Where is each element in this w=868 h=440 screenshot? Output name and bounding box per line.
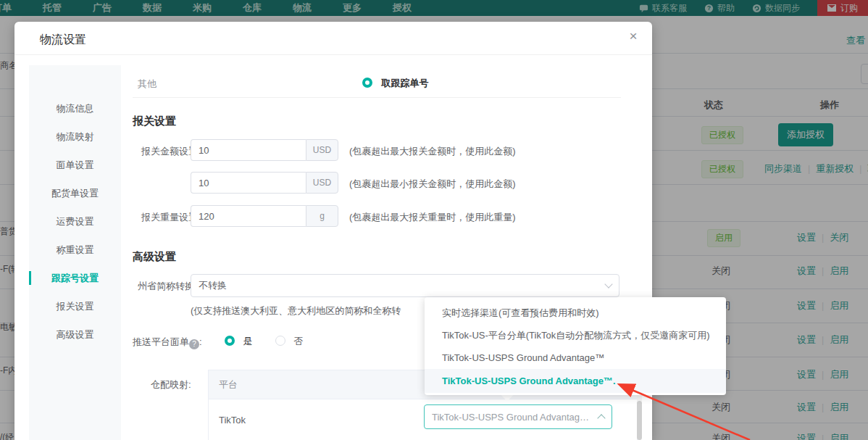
- modal-header-divider: [14, 54, 652, 55]
- customs-section-title: 报关设置: [133, 115, 176, 128]
- state-abbr-hint: (仅支持推送澳大利亚、意大利地区的简称和全称转: [191, 304, 401, 317]
- push-yes-label: 是: [243, 336, 252, 346]
- state-abbr-select[interactable]: 不转换: [191, 274, 619, 297]
- usd-unit: USD: [306, 172, 338, 194]
- push-no-label: 否: [293, 336, 303, 346]
- modal-scrollbar-thumb[interactable]: [637, 401, 642, 440]
- customs-amount-min-field: USD: [191, 172, 338, 194]
- sidebar-item-logistics-map[interactable]: 物流映射: [29, 123, 121, 151]
- radio-unchecked-icon: [275, 336, 285, 346]
- modal-sidebar: 物流信息 物流映射 面单设置 配货单设置 运费设置 称重设置 跟踪号设置 报关设…: [29, 65, 121, 440]
- push-yes-radio[interactable]: 是: [225, 334, 252, 348]
- other-label: 其他: [138, 78, 157, 91]
- customs-amount-min-hint: (包裹超出最小报关金额时，使用此金额): [349, 178, 516, 191]
- mapping-label: 仓配映射:: [151, 378, 191, 391]
- gram-unit: g: [306, 205, 338, 227]
- sidebar-item-weighing-settings[interactable]: 称重设置: [29, 236, 121, 264]
- customs-weight-field: g: [191, 205, 338, 227]
- customs-amount-max-field: USD: [191, 139, 338, 161]
- dropdown-option-realtime[interactable]: 实时选择渠道(可查看预估费用和时效): [425, 302, 726, 324]
- sidebar-item-advanced-settings[interactable]: 高级设置: [29, 320, 121, 349]
- channel-dropdown-panel: 实时选择渠道(可查看预估费用和时效) TikTok-US-平台分单(TikTok…: [425, 297, 726, 395]
- dropdown-option-usps-ga[interactable]: TikTok-US-USPS Ground Advantage™: [425, 346, 726, 369]
- sidebar-item-label-settings[interactable]: 面单设置: [29, 151, 121, 179]
- state-abbr-label: 州省简称转换:: [138, 280, 197, 293]
- sidebar-item-tracking-settings[interactable]: 跟踪号设置: [29, 264, 121, 292]
- modal-title: 物流设置: [40, 33, 86, 48]
- push-label-row: 推送平台面单?:: [133, 336, 202, 349]
- channel-select-value: TikTok-US-USPS Ground Advantag…: [432, 412, 598, 423]
- state-abbr-value: 不转换: [199, 279, 606, 292]
- push-no-radio[interactable]: 否: [275, 334, 303, 348]
- sidebar-item-logistics-info[interactable]: 物流信息: [29, 94, 121, 123]
- chevron-down-icon: [604, 280, 612, 288]
- customs-amount-max-input[interactable]: [191, 139, 306, 161]
- question-icon[interactable]: ?: [189, 339, 199, 349]
- sidebar-item-freight-settings[interactable]: 运费设置: [29, 207, 121, 236]
- channel-select[interactable]: TikTok-US-USPS Ground Advantag…: [424, 404, 612, 429]
- tracking-radio-label: 取跟踪单号: [381, 78, 428, 88]
- radio-checked-icon: [225, 336, 235, 346]
- usd-unit: USD: [306, 139, 338, 161]
- customs-weight-hint: (包裹超出最大报关重量时，使用此重量): [349, 211, 516, 224]
- advanced-section-title: 高级设置: [133, 250, 176, 264]
- customs-amount-min-input[interactable]: [191, 172, 306, 194]
- section-divider: [133, 97, 621, 98]
- push-colon: :: [199, 336, 202, 347]
- chevron-up-icon: [597, 414, 605, 422]
- push-label: 推送平台面单: [133, 336, 189, 347]
- dropdown-option-platform-split[interactable]: TikTok-US-平台分单(TikTok自动分配物流方式，仅受邀商家可用): [425, 324, 726, 346]
- customs-weight-input[interactable]: [191, 205, 306, 227]
- customs-amount-max-hint: (包裹超出最大报关金额时，使用此金额): [349, 145, 516, 158]
- radio-checked-icon: [362, 78, 372, 88]
- tracking-radio[interactable]: 取跟踪单号: [362, 76, 428, 90]
- sidebar-item-customs-settings[interactable]: 报关设置: [29, 292, 121, 320]
- sidebar-item-picklist-settings[interactable]: 配货单设置: [29, 179, 121, 207]
- close-icon[interactable]: ×: [625, 28, 642, 45]
- dropdown-option-usps-ga-selected[interactable]: TikTok-US-USPS Ground Advantage™.: [425, 369, 726, 393]
